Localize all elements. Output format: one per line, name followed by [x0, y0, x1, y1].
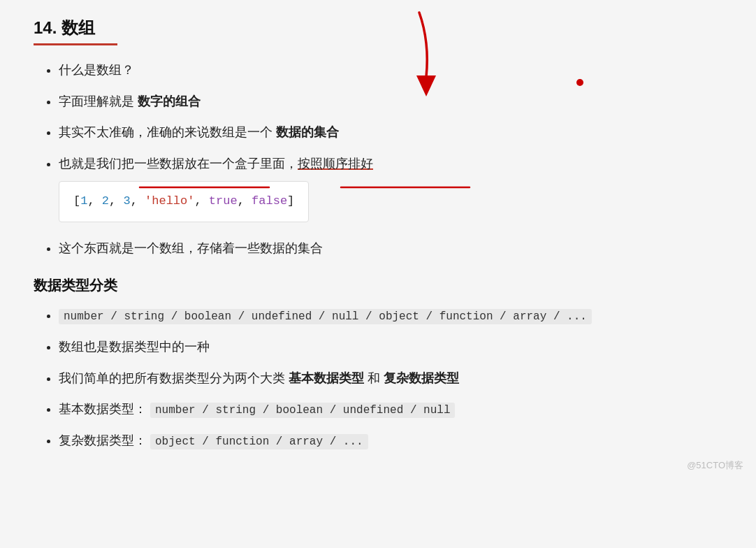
item3-prefix: 其实不太准确，准确的来说数组是一个 [59, 125, 276, 139]
types-item-2: 数组也是数据类型中的一种 [59, 336, 722, 358]
types-item1-code: number / string / boolean / undefined / … [59, 309, 592, 324]
types-item-1: number / string / boolean / undefined / … [59, 305, 722, 326]
types-item3-and: 和 [368, 371, 384, 385]
types-item4-prefix: 基本数据类型： [59, 402, 147, 416]
item2-prefix: 字面理解就是 [59, 94, 138, 108]
list-item-1: 什么是数组？ [59, 59, 722, 81]
title-underline [34, 43, 117, 45]
types-item4-code: number / string / boolean / undefined / … [150, 403, 455, 418]
types-item3-bold1: 基本数据类型 [289, 371, 364, 385]
main-bullet-list: 什么是数组？ 字面理解就是 数字的组合 其实不太准确，准确的来说数组是一个 数据… [34, 59, 722, 259]
section-title: 14. 数组 [34, 17, 722, 39]
types-item3-prefix: 我们简单的把所有数据类型分为两个大类 [59, 371, 289, 385]
code-block-array: [1, 2, 3, 'hello', true, false] [59, 181, 309, 222]
list-item-2: 字面理解就是 数字的组合 [59, 91, 722, 113]
types-item-3: 我们简单的把所有数据类型分为两个大类 基本数据类型 和 复杂数据类型 [59, 368, 722, 389]
watermark: @51CTO博客 [687, 459, 743, 472]
types-item-4: 基本数据类型： number / string / boolean / unde… [59, 398, 722, 420]
item4-underline: 按照顺序排好 [298, 157, 373, 171]
item3-bold: 数据的集合 [276, 125, 339, 139]
list-item-5: 这个东西就是一个数组，存储着一些数据的集合 [59, 238, 722, 259]
list-item-3: 其实不太准确，准确的来说数组是一个 数据的集合 [59, 122, 722, 143]
types-bullet-list: number / string / boolean / undefined / … [34, 305, 722, 452]
item4-prefix: 也就是我们把一些数据放在一个盒子里面， [59, 157, 298, 171]
item2-bold: 数字的组合 [138, 94, 201, 108]
page-container: 14. 数组 什么是数组？ 字面理解就是 数字的组合 其实不太准确，准确的来说数… [0, 0, 756, 480]
types-item2-text: 数组也是数据类型中的一种 [59, 340, 210, 354]
section-subtitle: 数据类型分类 [34, 276, 722, 295]
types-item3-bold2: 复杂数据类型 [384, 371, 459, 385]
item1-text: 什么是数组？ [59, 63, 134, 77]
item5-text: 这个东西就是一个数组，存储着一些数据的集合 [59, 241, 323, 255]
types-item5-code: object / function / array / ... [150, 434, 368, 449]
types-item-5: 复杂数据类型： object / function / array / ... [59, 430, 722, 452]
types-item5-prefix: 复杂数据类型： [59, 433, 147, 447]
list-item-4: 也就是我们把一些数据放在一个盒子里面，按照顺序排好 [1, 2, 3, 'hel… [59, 153, 722, 228]
